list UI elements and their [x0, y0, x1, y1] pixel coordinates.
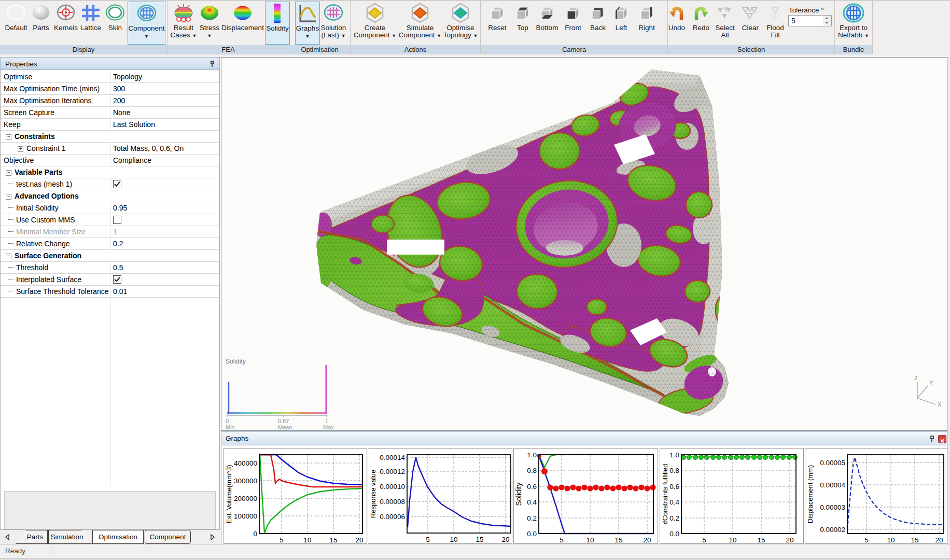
svg-text:400000: 400000 — [234, 459, 257, 467]
svg-text:5: 5 — [560, 536, 564, 543]
svg-text:0.8: 0.8 — [669, 467, 679, 474]
svg-text:Y: Y — [929, 380, 933, 386]
svg-text:0.00003: 0.00003 — [820, 503, 845, 511]
svg-text:#Constraints fulfilled: #Constraints fulfilled — [661, 464, 669, 524]
svg-text:20: 20 — [643, 536, 651, 543]
svg-text:1.0: 1.0 — [527, 451, 537, 459]
svg-text:5: 5 — [426, 536, 430, 543]
svg-text:15: 15 — [614, 536, 622, 543]
svg-text:0.2: 0.2 — [669, 514, 679, 522]
svg-text:0.57: 0.57 — [278, 418, 289, 424]
svg-text:15: 15 — [911, 536, 918, 543]
svg-text:10: 10 — [303, 536, 311, 543]
svg-text:0.00005: 0.00005 — [820, 459, 845, 467]
svg-text:5: 5 — [864, 536, 869, 543]
svg-text:0: 0 — [226, 418, 229, 424]
svg-text:0.00004: 0.00004 — [820, 481, 845, 489]
svg-text:0.2: 0.2 — [527, 514, 537, 522]
svg-text:1.0: 1.0 — [669, 451, 679, 459]
svg-text:0.4: 0.4 — [669, 498, 679, 506]
svg-text:5: 5 — [702, 536, 706, 543]
svg-text:0.00008: 0.00008 — [380, 498, 405, 506]
svg-text:0.4: 0.4 — [527, 498, 537, 506]
svg-text:Min: Min — [226, 424, 235, 430]
svg-text:15: 15 — [476, 536, 483, 543]
svg-text:20: 20 — [501, 536, 509, 543]
svg-text:Displacement (mm): Displacement (mm) — [806, 465, 814, 524]
svg-text:Z: Z — [914, 375, 918, 381]
svg-text:0.6: 0.6 — [669, 483, 679, 491]
svg-text:Solidity: Solidity — [514, 482, 523, 506]
svg-text:300000: 300000 — [234, 477, 257, 485]
svg-text:0.8: 0.8 — [527, 467, 537, 474]
svg-text:10: 10 — [729, 536, 736, 543]
svg-text:20: 20 — [786, 536, 793, 543]
svg-text:0.00010: 0.00010 — [380, 483, 405, 491]
svg-text:1: 1 — [325, 418, 328, 424]
svg-text:15: 15 — [329, 536, 337, 543]
svg-text:0.0: 0.0 — [669, 530, 679, 538]
svg-text:Response value: Response value — [369, 470, 377, 518]
svg-text:0.00006: 0.00006 — [380, 513, 405, 521]
svg-text:20: 20 — [935, 536, 943, 543]
svg-text:Mean: Mean — [278, 424, 292, 430]
svg-text:0.6: 0.6 — [527, 483, 537, 491]
svg-text:0: 0 — [253, 530, 257, 538]
svg-text:15: 15 — [757, 536, 765, 543]
svg-text:0.00014: 0.00014 — [380, 454, 405, 461]
svg-text:Solidity: Solidity — [226, 358, 246, 365]
svg-text:20: 20 — [355, 536, 363, 543]
svg-text:10: 10 — [450, 536, 457, 543]
svg-text:5: 5 — [280, 536, 284, 543]
svg-text:Max: Max — [323, 424, 334, 430]
svg-text:0.0: 0.0 — [527, 530, 537, 538]
svg-text:10: 10 — [887, 536, 895, 543]
svg-text:200000: 200000 — [234, 495, 257, 502]
svg-text:10: 10 — [586, 536, 594, 543]
svg-text:0.00002: 0.00002 — [820, 526, 845, 534]
svg-text:100000: 100000 — [234, 512, 257, 520]
svg-text:0.00012: 0.00012 — [380, 468, 405, 475]
svg-text:X: X — [938, 401, 942, 408]
svg-text:Est. Volume(mm^3): Est. Volume(mm^3) — [225, 465, 233, 523]
